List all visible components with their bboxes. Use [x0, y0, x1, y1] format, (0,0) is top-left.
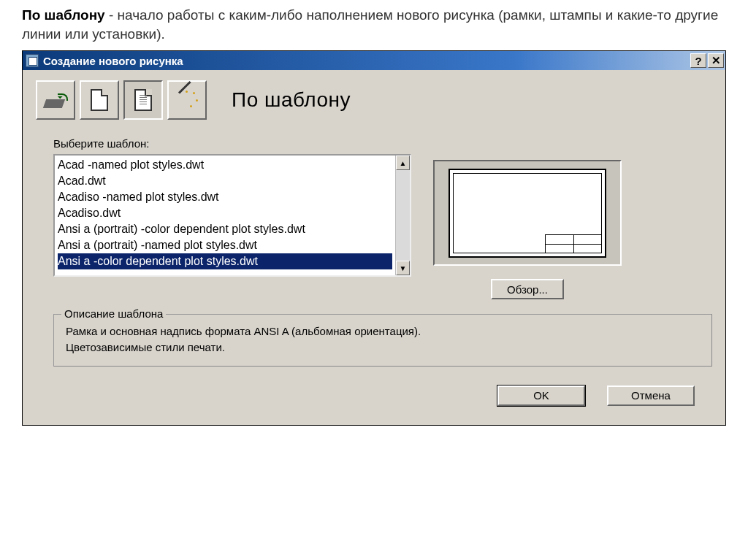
- mode-template-button[interactable]: [123, 80, 163, 120]
- description-fieldset: Описание шаблона Рамка и основная надпис…: [53, 314, 712, 367]
- scroll-down-button[interactable]: ▼: [396, 261, 410, 275]
- list-item[interactable]: Ansi a (portrait) -named plot styles.dwt: [58, 237, 392, 253]
- browse-button[interactable]: Обзор...: [491, 279, 564, 299]
- wizard-wand-icon: [176, 89, 198, 111]
- scroll-track[interactable]: [396, 170, 410, 261]
- description-line1: Рамка и основная надпись формата ANSI A …: [66, 323, 700, 340]
- close-button[interactable]: ✕: [708, 53, 724, 68]
- template-listbox[interactable]: Acad -named plot styles.dwtAcad.dwtAcadi…: [53, 154, 411, 277]
- titlebar: Создание нового рисунка ? ✕: [23, 51, 725, 70]
- dialog-body: По шаблону Выберите шаблон: Acad -named …: [23, 70, 725, 425]
- list-item[interactable]: Acad -named plot styles.dwt: [58, 157, 392, 173]
- app-icon: [26, 54, 39, 67]
- select-template-label: Выберите шаблон:: [53, 137, 712, 150]
- list-item[interactable]: Acadiso.dwt: [58, 205, 392, 221]
- list-item[interactable]: Ansi a (portrait) -color dependent plot …: [58, 221, 392, 237]
- intro-bold: По шаблону: [22, 7, 105, 23]
- template-preview: [433, 160, 622, 266]
- dialog: Создание нового рисунка ? ✕: [22, 50, 726, 426]
- dialog-buttons: OK Отмена: [36, 367, 712, 409]
- mode-wizard-button[interactable]: [167, 80, 207, 120]
- list-item[interactable]: Acadiso -named plot styles.dwt: [58, 189, 392, 205]
- mode-toolbar: По шаблону: [36, 80, 712, 120]
- description-line2: Цветозависимые стили печати.: [66, 340, 700, 356]
- description-legend: Описание шаблона: [61, 307, 166, 320]
- cancel-button[interactable]: Отмена: [607, 386, 695, 406]
- template-doc-icon: [134, 89, 152, 111]
- list-item[interactable]: Ansi a -color dependent plot styles.dwt: [58, 253, 392, 269]
- mode-default-button[interactable]: [80, 80, 119, 120]
- intro-text: По шаблону - начало работы с каким-либо …: [22, 6, 726, 43]
- mode-open-button[interactable]: [36, 80, 75, 120]
- scroll-up-button[interactable]: ▲: [396, 156, 410, 170]
- intro-rest: - начало работы с каким-либо наполнением…: [22, 7, 718, 42]
- scrollbar[interactable]: ▲ ▼: [395, 156, 410, 275]
- preview-frame-icon: [449, 169, 606, 258]
- blank-doc-icon: [91, 89, 108, 111]
- help-button[interactable]: ?: [690, 53, 706, 68]
- dialog-title: Создание нового рисунка: [43, 55, 183, 67]
- ok-button[interactable]: OK: [497, 386, 585, 406]
- mode-heading: По шаблону: [232, 88, 351, 112]
- list-item[interactable]: Acad.dwt: [58, 173, 392, 189]
- folder-open-icon: [43, 92, 68, 108]
